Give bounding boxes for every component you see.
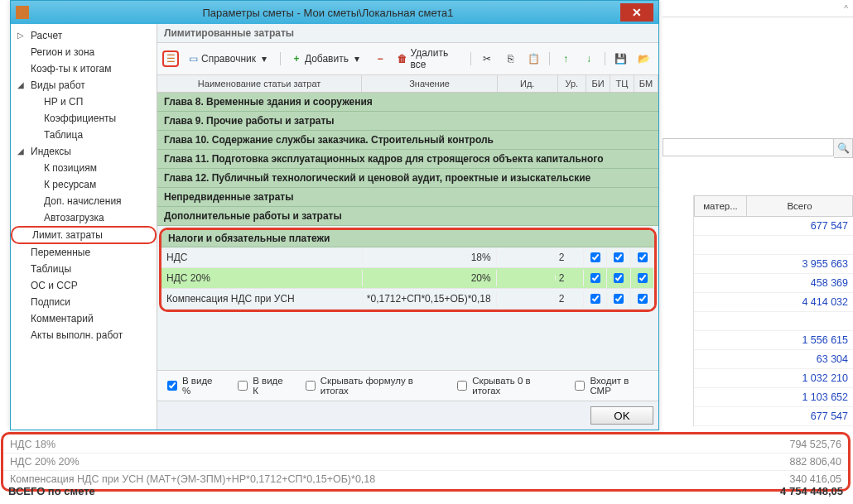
tax-bi-cb[interactable] — [590, 294, 600, 304]
tree-item[interactable]: Переменные — [11, 244, 157, 261]
chapter-row[interactable]: Дополнительные работы и затраты — [157, 207, 658, 226]
tax-header: Налоги и обязательные платежи — [161, 230, 654, 247]
tree-item[interactable]: Доп. начисления — [11, 193, 157, 209]
remove-button[interactable]: − — [371, 51, 389, 66]
tree-item[interactable]: ▷Расчет — [11, 27, 157, 44]
tree-twisty-icon — [31, 163, 39, 171]
tree-item[interactable]: ◢Виды работ — [11, 77, 157, 94]
app-icon — [16, 6, 29, 19]
reference-button[interactable]: ▭Справочник▾ — [184, 51, 273, 66]
plus-icon: + — [291, 53, 302, 65]
opt-hide-formula-cb[interactable] — [306, 381, 316, 391]
chapter-row[interactable]: Глава 11. Подготовка эксплуатационных ка… — [157, 150, 658, 169]
save-button[interactable]: 💾 — [612, 51, 630, 66]
chapter-row[interactable]: Непредвиденные затраты — [157, 188, 658, 207]
tax-bi-cb[interactable] — [590, 252, 600, 262]
tree-twisty-icon — [17, 247, 26, 256]
chapter-row[interactable]: Глава 9. Прочие работы и затраты — [157, 112, 658, 131]
tax-id — [497, 255, 556, 260]
delete-all-label: Удалить все — [410, 47, 460, 70]
tree-item[interactable]: К ресурсам — [11, 176, 157, 193]
totals-header: матер... Всего — [694, 195, 853, 217]
ok-button[interactable]: OK — [590, 406, 653, 425]
tree-item[interactable]: Таблицы — [11, 261, 157, 277]
move-down-button[interactable]: ↓ — [580, 51, 598, 66]
tree-item[interactable]: Акты выполн. работ — [11, 327, 157, 343]
separator — [549, 52, 550, 65]
open-button[interactable]: 📂 — [635, 51, 653, 66]
nav-tree: ▷РасчетРегион и зонаКоэф-ты к итогам◢Вид… — [11, 24, 157, 343]
tax-row[interactable]: НДС18%2 — [161, 247, 654, 268]
tree-item-label: К позициям — [44, 162, 97, 174]
sidebar: ▷РасчетРегион и зонаКоэф-ты к итогам◢Вид… — [11, 24, 157, 430]
tax-row[interactable]: Компенсация НДС при УСН*0,1712+СП*0,15+О… — [161, 289, 654, 310]
tree-item-label: Переменные — [31, 247, 90, 258]
paste-button[interactable]: 📋 — [524, 51, 542, 66]
opt-as-percent-cb[interactable] — [167, 381, 177, 391]
search-input[interactable] — [663, 138, 834, 156]
move-up-button[interactable]: ↑ — [557, 51, 575, 66]
tree-item[interactable]: Коэффициенты — [11, 110, 157, 127]
chapter-row[interactable]: Глава 12. Публичный технологический и це… — [157, 169, 658, 188]
opt-hide-zero-cb[interactable] — [457, 381, 467, 391]
tax-bm — [631, 268, 654, 288]
search-icon: 🔍 — [837, 142, 850, 154]
totals-row — [694, 312, 853, 331]
highlighted-tool-button[interactable]: ☰ — [162, 50, 179, 67]
tree-twisty-icon — [17, 64, 26, 72]
tree-item[interactable]: НР и СП — [11, 94, 157, 110]
copy-button[interactable]: ⎘ — [501, 51, 519, 66]
close-button[interactable]: ✕ — [620, 3, 653, 22]
tax-bi-cb[interactable] — [590, 273, 600, 283]
tree-item-label: Доп. начисления — [44, 195, 122, 207]
opt-as-coef-cb[interactable] — [238, 381, 248, 391]
opt-in-smr-cb[interactable] — [575, 381, 585, 391]
tree-item-label: Коэф-ты к итогам — [31, 63, 111, 74]
tree-item[interactable]: Коэф-ты к итогам — [11, 60, 157, 77]
tax-bi — [584, 268, 607, 288]
tree-item[interactable]: ОС и ССР — [11, 277, 157, 294]
opt-as-coef[interactable]: В виде К — [234, 376, 291, 396]
search-button[interactable]: 🔍 — [834, 138, 853, 158]
tree-twisty-icon — [19, 231, 27, 239]
tax-bm-cb[interactable] — [638, 252, 648, 262]
tree-twisty-icon — [31, 180, 39, 188]
tree-item[interactable]: Лимит. затраты — [11, 226, 157, 244]
tree-item[interactable]: Автозагрузка — [11, 209, 157, 226]
add-button[interactable]: +Добавить▾ — [287, 51, 366, 66]
separator — [470, 52, 471, 65]
grand-value: 4 754 448,05 — [780, 485, 843, 497]
tree-item[interactable]: К позициям — [11, 160, 157, 176]
opt-as-percent[interactable]: В виде % — [164, 376, 223, 396]
tax-bm-cb[interactable] — [638, 273, 648, 283]
tree-twisty-icon — [31, 97, 39, 105]
opt-hide-zero[interactable]: Скрывать 0 в итогах — [454, 376, 560, 396]
opt-in-smr[interactable]: Входит в СМР — [571, 376, 652, 396]
chapter-row[interactable]: Глава 10. Содержание службы заказчика. С… — [157, 131, 658, 150]
tax-tc-cb[interactable] — [614, 252, 624, 262]
tree-item-label: Лимит. затраты — [32, 229, 103, 241]
tax-tc-cb[interactable] — [614, 294, 624, 304]
folder-icon: 📂 — [639, 53, 650, 65]
delete-all-button[interactable]: 🗑Удалить все — [394, 46, 464, 72]
tree-item[interactable]: Таблица — [11, 127, 157, 143]
tree-twisty-icon: ◢ — [17, 146, 26, 155]
tax-value: *0,1712+СП*0,15+ОБ)*0,18 — [363, 290, 497, 307]
minus-icon: − — [374, 53, 386, 65]
tree-item[interactable]: ◢Индексы — [11, 143, 157, 160]
totals-row: 3 955 663 — [694, 255, 853, 274]
tax-tc — [607, 289, 630, 309]
grand-total: ВСЕГО по смете 4 754 448,05 — [3, 482, 848, 501]
tree-item[interactable]: Подписи — [11, 294, 157, 310]
summary-row: НДС 20% 20%882 806,40 — [3, 454, 848, 471]
cut-button[interactable]: ✂ — [478, 51, 496, 66]
opt-hide-formula[interactable]: Скрывать формулу в итогах — [302, 376, 443, 396]
chapter-row[interactable]: Глава 8. Временные здания и сооружения — [157, 93, 658, 112]
tree-item[interactable]: Комментарий — [11, 310, 157, 327]
tax-tc-cb[interactable] — [614, 273, 624, 283]
tax-bm-cb[interactable] — [638, 294, 648, 304]
tree-item[interactable]: Регион и зона — [11, 44, 157, 60]
tax-row[interactable]: НДС 20%20%2 — [161, 268, 654, 289]
summary-value: 882 806,40 — [750, 456, 841, 468]
tree-item-label: ОС и ССР — [31, 280, 78, 291]
